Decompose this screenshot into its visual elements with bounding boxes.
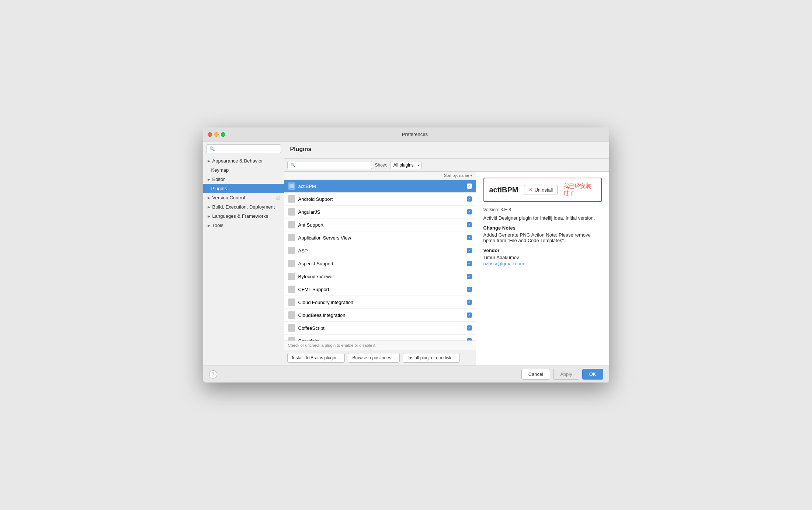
plugin-row-actibpm[interactable]: a actiBPM — [284, 180, 476, 193]
plugin-icon: a — [288, 182, 295, 190]
vendor-name: Timur Abakumov — [483, 255, 602, 260]
maximize-button[interactable] — [221, 132, 225, 137]
sidebar-search[interactable]: 🔍 — [206, 144, 281, 153]
chinese-note: 我已经安装过了 — [563, 183, 596, 197]
plugin-icon — [288, 195, 295, 203]
plugins-list: a actiBPM Android Support — [284, 180, 476, 340]
browse-repos-button[interactable]: Browse repositories... — [348, 353, 400, 363]
plugin-row-ant[interactable]: Ant Support — [284, 219, 476, 231]
plugin-row-cloudbees[interactable]: CloudBees integration — [284, 309, 476, 322]
sidebar-search-input[interactable] — [216, 146, 278, 151]
bottom-actions: Cancel Apply OK — [521, 369, 603, 380]
sidebar-item-editor[interactable]: ▶ Editor — [203, 175, 284, 184]
plugin-checkbox[interactable] — [467, 261, 472, 266]
x-icon: ✕ — [529, 187, 532, 192]
plugin-icon — [288, 298, 295, 306]
plugin-name: AngularJS — [298, 209, 464, 215]
plugin-row-coffeescript[interactable]: CoffeeScript — [284, 322, 476, 335]
plugin-row-cloudfoundry[interactable]: Cloud Foundry integration — [284, 296, 476, 309]
plugin-row-bytecode[interactable]: Bytecode Viewer — [284, 270, 476, 283]
svg-rect-11 — [289, 313, 294, 317]
sidebar-item-languages[interactable]: ▶ Languages & Frameworks — [203, 212, 284, 221]
show-dropdown-wrap[interactable]: All plugins Enabled Disabled Bundled Cus… — [390, 161, 421, 169]
sidebar-item-build[interactable]: ▶ Build, Execution, Deployment — [203, 202, 284, 212]
plugin-row-copyright[interactable]: Copyright — [284, 335, 476, 340]
plugin-row-appservers[interactable]: Application Servers View — [284, 231, 476, 244]
uninstall-label: Uninstall — [534, 187, 553, 193]
plugin-row-cfml[interactable]: CFML Support — [284, 283, 476, 296]
plugin-icon — [288, 337, 295, 340]
plugin-checkbox[interactable] — [467, 196, 472, 202]
plugin-checkbox[interactable] — [467, 300, 472, 305]
show-label: Show: — [375, 163, 387, 168]
plugin-checkbox[interactable] — [467, 209, 472, 214]
plugin-detail-panel: actiBPM ✕ Uninstall 我已经安装过了 Version: 3.E… — [476, 172, 609, 366]
plugin-row-angularjs[interactable]: AngularJS — [284, 206, 476, 219]
sidebar-item-label: Keymap — [211, 167, 229, 173]
svg-rect-9 — [289, 287, 294, 291]
sidebar-item-plugins[interactable]: Plugins — [203, 184, 284, 193]
apply-button[interactable]: Apply — [553, 369, 579, 380]
plugin-name: Application Servers View — [298, 235, 464, 241]
plugin-icon — [288, 324, 295, 332]
change-notes-content: Added Generate PNG Action Note: Please r… — [483, 232, 602, 243]
detail-version: Version: 3.E-8 — [483, 207, 602, 212]
sidebar-item-label: Editor — [212, 177, 225, 182]
sidebar-item-keymap[interactable]: Keymap — [203, 165, 284, 175]
sidebar-item-version-control[interactable]: ▶ Version Control ⬜ — [203, 193, 284, 202]
sidebar-item-appearance[interactable]: ▶ Appearance & Behavior — [203, 156, 284, 165]
sidebar-item-tools[interactable]: ▶ Tools — [203, 221, 284, 230]
plugin-name: actiBPM — [298, 184, 464, 189]
plugin-row-android[interactable]: Android Support — [284, 193, 476, 206]
plugin-row-asp[interactable]: ASP — [284, 244, 476, 257]
plugin-checkbox[interactable] — [467, 325, 472, 331]
plugin-name: Ant Support — [298, 222, 464, 228]
plugin-name: AspectJ Support — [298, 261, 464, 266]
sidebar-item-label: Build, Execution, Deployment — [212, 204, 275, 210]
arrow-icon: ▶ — [208, 224, 210, 227]
plugin-checkbox[interactable] — [467, 222, 472, 227]
ok-button[interactable]: OK — [582, 369, 603, 380]
sidebar-item-label: Plugins — [211, 186, 227, 191]
plugin-icon — [288, 286, 295, 293]
titlebar: Preferences — [203, 128, 609, 142]
plugin-name: Cloud Foundry integration — [298, 300, 464, 305]
sort-bar[interactable]: Sort by: name ▾ — [284, 172, 476, 180]
plugin-search-box[interactable]: 🔍 — [287, 161, 372, 169]
install-jetbrains-button[interactable]: Install JetBrains plugin... — [287, 353, 345, 363]
svg-rect-3 — [289, 210, 294, 214]
plugins-action-buttons: Install JetBrains plugin... Browse repos… — [284, 350, 476, 366]
plugin-checkbox[interactable] — [467, 248, 472, 253]
uninstall-button[interactable]: ✕ Uninstall — [524, 185, 558, 195]
plugin-checkbox[interactable] — [467, 184, 472, 189]
plugin-name: CoffeeScript — [298, 325, 464, 331]
help-button[interactable]: ? — [209, 370, 217, 378]
plugin-name: CFML Support — [298, 287, 464, 292]
content-area: Sort by: name ▾ a actiBPM — [284, 172, 609, 366]
plugin-search-input[interactable] — [297, 163, 369, 168]
cancel-button[interactable]: Cancel — [521, 369, 550, 380]
vendor-email[interactable]: uzbssr@gmail.com — [483, 261, 524, 266]
close-button[interactable] — [208, 132, 212, 137]
show-dropdown[interactable]: All plugins Enabled Disabled Bundled Cus… — [390, 161, 421, 169]
svg-rect-5 — [289, 235, 294, 240]
sidebar: 🔍 ▶ Appearance & Behavior Keymap ▶ Edito… — [203, 142, 284, 366]
plugin-checkbox[interactable] — [467, 287, 472, 292]
install-from-disk-button[interactable]: Install plugin from disk... — [403, 353, 460, 363]
plugin-icon — [288, 260, 295, 267]
plugin-row-aspectj[interactable]: AspectJ Support — [284, 257, 476, 270]
svg-rect-2 — [289, 197, 294, 201]
plugin-checkbox[interactable] — [467, 312, 472, 318]
plugin-checkbox[interactable] — [467, 274, 472, 279]
plugin-icon — [288, 311, 295, 319]
change-notes-title: Change Notes — [483, 225, 602, 231]
search-icon: 🔍 — [291, 163, 296, 168]
preferences-window: Preferences 🔍 ▶ Appearance & Behavior Ke… — [203, 128, 609, 382]
vendor-title: Vendor — [483, 248, 602, 253]
plugin-name: CloudBees integration — [298, 312, 464, 318]
plugin-name: Bytecode Viewer — [298, 274, 464, 279]
plugin-checkbox[interactable] — [467, 235, 472, 240]
svg-rect-10 — [289, 300, 294, 304]
minimize-button[interactable] — [214, 132, 219, 137]
arrow-icon: ▶ — [208, 205, 210, 209]
